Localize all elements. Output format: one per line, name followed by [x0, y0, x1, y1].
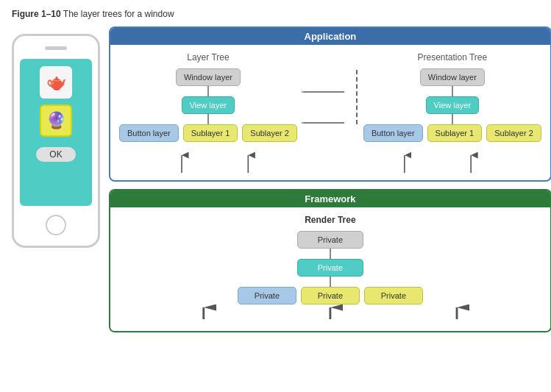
layer-tree-sublayer2-node: Sublayer 2	[242, 124, 297, 142]
presentation-tree-section: Presentation Tree Window layer View laye…	[363, 52, 541, 142]
presentation-tree-v-line-2	[452, 114, 453, 124]
framework-box-body: Render Tree Private Private Private Priv…	[110, 207, 550, 331]
figure-caption-text: The layer trees for a window	[61, 9, 174, 19]
sphere-icon: 🔮	[46, 111, 66, 130]
render-tree-title: Render Tree	[305, 215, 355, 225]
layer-tree-v-line-1	[207, 86, 209, 96]
application-box: Application Layer Tree Window layer View…	[109, 26, 551, 182]
render-private-mid: Private	[297, 259, 363, 277]
teapot-icon: 🫖	[46, 73, 66, 92]
framework-box: Framework Render Tree Private Private Pr…	[109, 189, 551, 332]
figure-container: Figure 1–10 The layer trees for a window…	[12, 9, 539, 332]
layer-tree-window-node: Window layer	[176, 68, 241, 86]
layer-tree-window-row: Window layer View layer	[176, 68, 241, 124]
application-box-header: Application	[110, 28, 550, 45]
view-layer-arrow-group	[302, 118, 346, 128]
view-arrow-svg	[302, 118, 346, 128]
diagrams-column: Application Layer Tree Window layer View…	[109, 26, 551, 332]
render-private-mid-bottom: Private	[301, 287, 360, 304]
presentation-tree-v-line-1	[452, 86, 453, 96]
render-private-left: Private	[238, 287, 296, 304]
render-tree-bottom-row: Private Private Private	[238, 287, 423, 304]
layer-tree-button-node: Button layer	[119, 124, 179, 142]
presentation-tree-window-row: Window layer View layer	[420, 68, 485, 124]
render-arrows-svg	[119, 304, 541, 321]
layer-tree-v-line-2	[207, 114, 209, 124]
phone-speaker	[45, 46, 67, 50]
presentation-tree-view-node: View layer	[426, 96, 480, 114]
phone-mockup: 🫖 🔮 OK	[12, 34, 100, 248]
render-private-top: Private	[297, 231, 363, 249]
presentation-tree-sublayer1-node: Sublayer 1	[427, 124, 483, 142]
phone-home-button	[46, 215, 66, 235]
dotted-divider	[356, 70, 358, 124]
presentation-tree-sublayer2-node: Sublayer 2	[486, 124, 541, 142]
figure-caption: Figure 1–10 The layer trees for a window	[12, 9, 539, 19]
figure-number: Figure 1–10	[12, 9, 61, 19]
application-box-body: Layer Tree Window layer View layer Butto…	[110, 45, 550, 152]
presentation-tree-title: Presentation Tree	[417, 52, 487, 63]
ok-button[interactable]: OK	[36, 147, 75, 162]
teapot-icon-box: 🫖	[40, 66, 72, 99]
main-layout: 🫖 🔮 OK Application Layer Tree	[12, 26, 539, 332]
layer-tree-sublayer1-node: Sublayer 1	[183, 124, 238, 142]
presentation-tree-window-node: Window layer	[420, 68, 485, 86]
render-up-arrows	[119, 304, 541, 321]
layer-tree-bottom-row: Button layer Sublayer 1 Sublayer 2	[119, 124, 297, 142]
render-tree: Private Private	[297, 231, 363, 287]
render-v-line-2	[330, 277, 331, 287]
layer-tree-section: Layer Tree Window layer View layer Butto…	[119, 52, 297, 142]
layer-tree-title: Layer Tree	[187, 52, 229, 63]
framework-box-header: Framework	[110, 190, 550, 207]
window-arrow-svg	[302, 87, 346, 97]
window-layer-arrow-group	[302, 87, 346, 97]
presentation-tree-bottom-row: Button layer Sublayer 1 Sublayer 2	[363, 124, 541, 142]
sphere-icon-box: 🔮	[40, 104, 72, 137]
bottom-arrows-svg	[119, 152, 541, 174]
bottom-up-arrows	[110, 152, 550, 180]
presentation-tree-button-node: Button layer	[363, 124, 423, 142]
render-v-line-1	[330, 249, 331, 259]
phone-screen: 🫖 🔮 OK	[20, 59, 92, 206]
render-private-right: Private	[364, 287, 423, 304]
layer-tree-view-node: View layer	[182, 96, 235, 114]
